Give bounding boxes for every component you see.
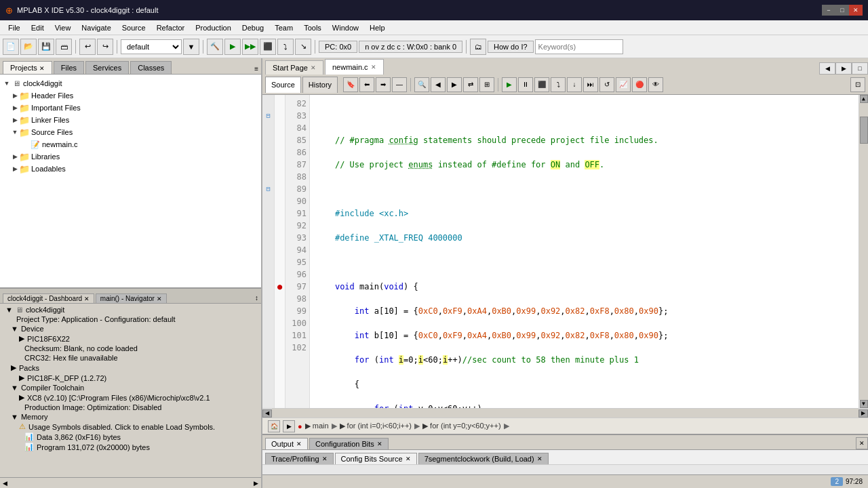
- close-button[interactable]: ✕: [849, 5, 863, 16]
- project-expand-icon[interactable]: ▼: [5, 306, 13, 314]
- step-into-button[interactable]: ↘: [295, 39, 311, 55]
- dashboard-expand-icon[interactable]: ↕: [252, 293, 261, 303]
- next-bookmark-button[interactable]: ➡: [376, 77, 391, 92]
- menu-item-production[interactable]: Production: [190, 22, 237, 33]
- dash-project-name[interactable]: ▼ 🖥 clock4diggit: [3, 305, 258, 314]
- maximize-code-icon[interactable]: ⊡: [850, 77, 865, 92]
- stop-button[interactable]: ⬛: [260, 39, 276, 55]
- bc-main[interactable]: ▶ main: [305, 422, 329, 430]
- tree-item-source-files[interactable]: ▼ 📁 Source Files: [0, 126, 261, 138]
- tab-output[interactable]: Output ✕: [265, 438, 308, 449]
- nav-back-button[interactable]: ▶: [283, 420, 295, 432]
- project-tree[interactable]: ▼ 🖥 clock4diggit ▶ 📁 Header Files ▶ 📁 Im…: [0, 75, 261, 287]
- stop-line-button[interactable]: ⬛: [534, 77, 549, 92]
- undo-button[interactable]: ↩: [79, 39, 96, 55]
- menu-item-window[interactable]: Window: [327, 22, 364, 33]
- dash-pic18[interactable]: ▶ PIC18F6X22: [3, 333, 258, 344]
- minimize-button[interactable]: −: [822, 5, 835, 16]
- close-trace-icon[interactable]: ✕: [322, 455, 328, 462]
- tree-item-libraries[interactable]: ▶ 📁 Libraries: [0, 150, 261, 163]
- tab-newmain[interactable]: newmain.c ✕: [325, 59, 384, 75]
- gutter-89-fold[interactable]: ⊟: [262, 183, 274, 195]
- close-output-panel-button[interactable]: ✕: [856, 437, 868, 449]
- expand-header-files[interactable]: ▶: [11, 92, 19, 99]
- toggle-line-button[interactable]: —: [392, 77, 407, 92]
- tab-files[interactable]: Files: [54, 61, 84, 74]
- menu-item-help[interactable]: Help: [364, 22, 391, 33]
- bc-for1[interactable]: ▶ for (int i=0;i<60;i++): [340, 422, 412, 430]
- tab-config-bits[interactable]: Configuration Bits ✕: [309, 438, 389, 449]
- code-editor-area[interactable]: ⊟ ⊟: [262, 95, 868, 408]
- tab-classes[interactable]: Classes: [130, 61, 172, 74]
- dash-packs[interactable]: ▶ Packs: [3, 363, 258, 373]
- toggle-bookmark-button[interactable]: 🔖: [343, 77, 358, 92]
- menu-item-tools[interactable]: Tools: [298, 22, 327, 33]
- device-expand-icon[interactable]: ▼: [11, 325, 18, 333]
- redo-button[interactable]: ↪: [97, 39, 113, 55]
- stab-source[interactable]: Source: [265, 77, 301, 93]
- config-dropdown[interactable]: default: [121, 39, 182, 54]
- vscroll-down-icon[interactable]: ▼: [860, 400, 868, 408]
- scroll-left-icon[interactable]: ◀: [3, 480, 7, 487]
- close-config-src-icon[interactable]: ✕: [406, 455, 411, 462]
- tab-projects[interactable]: Projects ✕: [3, 61, 52, 74]
- hscroll-track[interactable]: [272, 409, 859, 418]
- menu-item-debug[interactable]: Debug: [237, 22, 269, 33]
- step-over-code-button[interactable]: ⤵: [551, 77, 566, 92]
- run-cursor-button[interactable]: ⏭: [583, 77, 598, 92]
- replace-button[interactable]: ⇄: [463, 77, 478, 92]
- menu-item-refactor[interactable]: Refactor: [151, 22, 191, 33]
- left-panel-hscroll[interactable]: ◀ ▶: [0, 477, 261, 488]
- bc-for2[interactable]: ▶ for (int y=0;y<60;y++): [422, 422, 501, 430]
- debug-button[interactable]: ▶▶: [242, 39, 258, 55]
- close-navigator-icon[interactable]: ✕: [157, 296, 162, 302]
- panel-collapse-icon[interactable]: ≡: [252, 64, 261, 74]
- compiler-expand-icon[interactable]: ▼: [11, 384, 18, 392]
- prev-match-button[interactable]: ◀: [431, 77, 446, 92]
- search-input[interactable]: [535, 39, 623, 54]
- watch-button[interactable]: 👁: [648, 77, 663, 92]
- menu-item-navigate[interactable]: Navigate: [76, 22, 116, 33]
- tree-item-clock4diggit[interactable]: ▼ 🖥 clock4diggit: [0, 77, 261, 89]
- run-line-button[interactable]: ▶: [502, 77, 517, 92]
- memory-window-button[interactable]: 🗂: [470, 39, 486, 55]
- expand-linker-files[interactable]: ▶: [11, 117, 19, 123]
- packs-expand-icon[interactable]: ▶: [11, 363, 16, 372]
- step-into-code-button[interactable]: ↓: [567, 77, 582, 92]
- close-7seg-icon[interactable]: ✕: [537, 455, 542, 462]
- menu-item-view[interactable]: View: [50, 22, 77, 33]
- close-start-page-icon[interactable]: ✕: [311, 64, 316, 71]
- code-lines[interactable]: // #pragma config statements should prec…: [310, 95, 859, 408]
- tree-item-loadables[interactable]: ▶ 📁 Loadables: [0, 163, 261, 175]
- tab-services[interactable]: Services: [85, 61, 129, 74]
- build-button[interactable]: 🔨: [207, 39, 223, 55]
- tree-item-newmain[interactable]: 📝 newmain.c: [0, 138, 261, 150]
- dash-compiler[interactable]: ▼ Compiler Toolchain: [3, 383, 258, 392]
- pic18k-expand-icon[interactable]: ▶: [19, 373, 24, 382]
- maximize-editor-icon[interactable]: □: [852, 62, 868, 75]
- toggle-fold-button[interactable]: ⊞: [479, 77, 494, 92]
- scroll-left-tabs-icon[interactable]: ◀: [819, 62, 835, 75]
- expand-libraries[interactable]: ▶: [11, 153, 19, 160]
- memory-expand-icon[interactable]: ▼: [11, 413, 18, 421]
- profile-button[interactable]: 📈: [616, 77, 631, 92]
- save-button[interactable]: 💾: [38, 39, 54, 55]
- close-newmain-icon[interactable]: ✕: [371, 64, 376, 70]
- tree-item-header-files[interactable]: ▶ 📁 Header Files: [0, 89, 261, 102]
- vscroll-up-icon[interactable]: ▲: [860, 95, 868, 103]
- gutter-83-fold[interactable]: ⊟: [262, 110, 274, 122]
- close-output-icon[interactable]: ✕: [296, 441, 302, 447]
- new-button[interactable]: 📄: [3, 39, 19, 55]
- menu-item-team[interactable]: Team: [269, 22, 298, 33]
- expand-clock4diggit[interactable]: ▼: [3, 80, 11, 87]
- dash-pic18k[interactable]: ▶ PIC18F-K_DFP (1.2.72): [3, 373, 258, 383]
- debug-line-button[interactable]: ⏸: [518, 77, 533, 92]
- vscroll-track[interactable]: [859, 103, 868, 400]
- prev-bookmark-button[interactable]: ⬅: [359, 77, 374, 92]
- tab-navigator[interactable]: main() - Navigator ✕: [96, 293, 167, 303]
- menu-item-edit[interactable]: Edit: [26, 22, 50, 33]
- scroll-right-icon[interactable]: ▶: [254, 480, 258, 487]
- save-all-button[interactable]: 🗃: [56, 39, 72, 55]
- pic18-expand-icon[interactable]: ▶: [19, 334, 24, 343]
- close-projects-icon[interactable]: ✕: [39, 65, 45, 72]
